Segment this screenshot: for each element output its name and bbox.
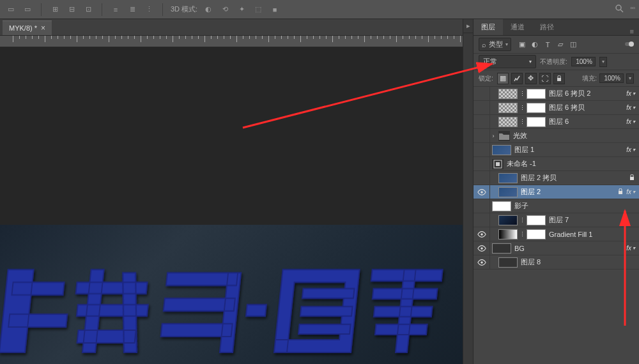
layer-thumbnail[interactable] (498, 257, 518, 268)
visibility-toggle[interactable] (473, 255, 490, 269)
fx-badge[interactable]: fx ▾ (626, 90, 635, 97)
layer-name[interactable]: 未命名 -1 (505, 159, 635, 169)
layer-thumbnail[interactable] (492, 243, 511, 254)
mask-thumbnail[interactable] (527, 215, 546, 225)
filter-pixel-icon[interactable]: ▣ (518, 40, 527, 49)
layer-row[interactable]: 图层 1fx ▾ (473, 143, 639, 157)
expand-toggle[interactable]: › (490, 133, 497, 139)
lock-transparency-button[interactable]: ▩ (497, 73, 509, 84)
lock-position-button[interactable]: ✥ (525, 73, 537, 84)
fx-badge[interactable]: fx ▾ (626, 118, 635, 125)
layer-row[interactable]: BGfx ▾ (473, 241, 639, 255)
layer-row[interactable]: 未命名 -1 (473, 157, 639, 171)
layer-row[interactable]: 影子 (473, 199, 639, 213)
search-icon[interactable] (615, 4, 624, 14)
tab-paths[interactable]: 路径 (532, 19, 562, 35)
close-icon[interactable]: × (41, 24, 45, 33)
visibility-toggle[interactable] (473, 129, 490, 142)
fx-badge[interactable]: fx ▾ (626, 245, 635, 252)
visibility-toggle[interactable] (473, 213, 490, 227)
filter-smart-icon[interactable]: ◫ (569, 40, 578, 49)
tool-icon-5[interactable]: ⊡ (82, 4, 94, 15)
layer-row[interactable]: ⋮图层 7 (473, 213, 639, 227)
visibility-toggle[interactable] (473, 115, 490, 128)
layer-name[interactable]: 图层 2 (520, 187, 615, 197)
tab-channels[interactable]: 通道 (503, 19, 532, 35)
layer-thumbnail[interactable] (498, 173, 518, 183)
visibility-toggle[interactable] (473, 185, 490, 199)
layer-thumbnail[interactable] (498, 215, 518, 225)
fill-caret[interactable]: ▾ (626, 73, 634, 84)
layer-thumbnail[interactable] (498, 89, 518, 99)
layer-thumbnail[interactable] (498, 103, 518, 113)
tab-layers[interactable]: 图层 (473, 19, 503, 35)
filter-type-icon[interactable]: T (543, 40, 552, 49)
layer-name[interactable]: Gradient Fill 1 (548, 231, 635, 238)
link-icon[interactable]: ⋮ (520, 215, 525, 225)
layer-thumbnail[interactable] (498, 117, 518, 127)
fx-badge[interactable]: fx ▾ (626, 104, 635, 111)
layer-row[interactable]: ⋮图层 6fx ▾ (473, 115, 639, 129)
layer-name[interactable]: 光效 (512, 131, 635, 140)
visibility-toggle[interactable] (473, 157, 490, 171)
visibility-toggle[interactable] (473, 87, 490, 100)
layer-name[interactable]: 图层 8 (520, 257, 635, 267)
layer-name[interactable]: 图层 2 拷贝 (520, 173, 626, 183)
mode-icon-3[interactable]: ✦ (236, 4, 247, 15)
layer-thumbnail[interactable] (498, 187, 518, 197)
ruler-horizontal[interactable] (0, 36, 473, 47)
tool-icon-8[interactable]: ⋮ (143, 4, 155, 15)
visibility-toggle[interactable] (473, 143, 490, 156)
filter-toggle-switch[interactable] (625, 41, 634, 49)
tool-icon-6[interactable]: ≡ (110, 4, 121, 15)
tool-icon-3[interactable]: ⊞ (49, 4, 61, 15)
layer-thumbnail[interactable] (498, 229, 518, 239)
layer-row[interactable]: 图层 2fx ▾ (473, 185, 639, 199)
tool-icon-7[interactable]: ≣ (127, 4, 138, 15)
layer-name[interactable]: 影子 (513, 201, 635, 211)
fx-badge[interactable]: fx ▾ (626, 146, 635, 153)
layer-row[interactable]: 图层 2 拷贝 (473, 171, 639, 185)
fx-badge[interactable]: fx ▾ (626, 188, 635, 195)
link-icon[interactable]: ⋮ (520, 229, 525, 239)
mode-icon-4[interactable]: ⬚ (252, 4, 264, 15)
mode-icon-1[interactable]: ◐ (203, 4, 214, 15)
filter-kind-select[interactable]: ⌕ 类型 ▾ (479, 38, 511, 51)
layer-row[interactable]: ⋮图层 6 拷贝 2fx ▾ (473, 87, 639, 101)
document-tab[interactable]: MYK/8) * × (3, 20, 52, 35)
visibility-toggle[interactable] (473, 199, 490, 213)
layer-row[interactable]: ›光效 (473, 129, 639, 143)
link-icon[interactable]: ⋮ (520, 89, 525, 99)
visibility-toggle[interactable] (473, 101, 490, 114)
tool-icon-4[interactable]: ⊟ (66, 4, 77, 15)
mask-thumbnail[interactable] (527, 89, 546, 99)
fill-input[interactable]: 100% (599, 73, 624, 83)
opacity-input[interactable]: 100% (571, 57, 596, 66)
mask-thumbnail[interactable] (527, 117, 546, 127)
tool-icon-2[interactable]: ▭ (22, 4, 33, 15)
layer-row[interactable]: ⋮Gradient Fill 1 (473, 227, 639, 241)
lock-pixels-button[interactable] (511, 73, 523, 84)
lock-artboard-button[interactable]: ⛶ (539, 73, 551, 84)
dock-collapse-icon[interactable]: ▸ (463, 19, 473, 33)
layer-name[interactable]: 图层 6 拷贝 (548, 103, 624, 112)
layer-name[interactable]: 图层 6 (548, 117, 624, 126)
visibility-toggle[interactable] (473, 227, 490, 241)
tool-icon-1[interactable]: ▭ (5, 4, 17, 15)
panel-menu-icon[interactable]: ▫▫ (630, 4, 635, 14)
filter-shape-icon[interactable]: ▱ (556, 40, 565, 49)
blend-mode-select[interactable]: 正常 ▾ (479, 55, 536, 68)
layer-name[interactable]: 图层 7 (548, 215, 635, 225)
layer-thumbnail[interactable] (492, 145, 511, 155)
layer-name[interactable]: 图层 6 拷贝 2 (548, 89, 624, 98)
layer-row[interactable]: 图层 8 (473, 255, 639, 269)
lock-all-button[interactable] (553, 73, 565, 84)
layer-thumbnail[interactable] (492, 201, 511, 211)
layer-row[interactable]: ⋮图层 6 拷贝fx ▾ (473, 101, 639, 115)
canvas-viewport[interactable] (0, 47, 473, 364)
layer-name[interactable]: BG (513, 245, 624, 252)
link-icon[interactable]: ⋮ (520, 117, 525, 127)
link-icon[interactable]: ⋮ (520, 103, 525, 113)
mask-thumbnail[interactable] (527, 229, 546, 239)
mask-thumbnail[interactable] (527, 103, 546, 113)
